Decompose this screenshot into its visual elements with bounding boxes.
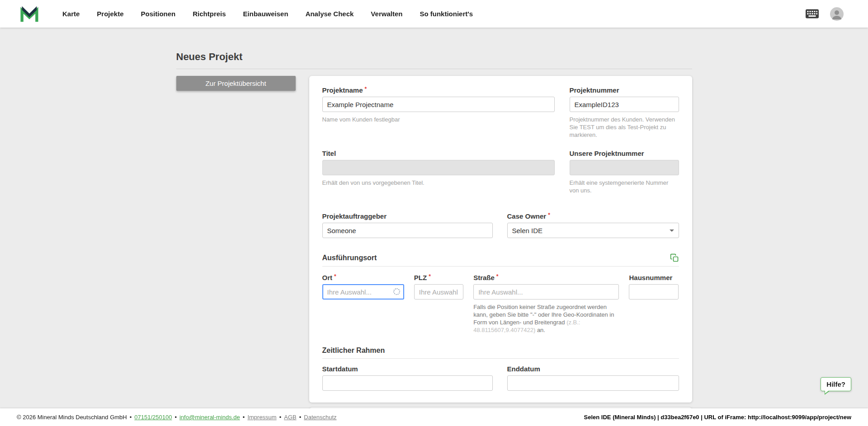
nav-item-einbauweisen[interactable]: Einbauweisen	[235, 0, 297, 28]
footer-email-link[interactable]: info@mineral-minds.de	[179, 414, 240, 421]
title-divider	[176, 69, 692, 69]
footer-user-name: Selen IDE	[584, 414, 611, 421]
required-asterisk: *	[548, 211, 550, 219]
nav-item-analyse-check[interactable]: Analyse Check	[297, 0, 363, 28]
nav-item-verwalten[interactable]: Verwalten	[362, 0, 411, 28]
footer-separator: •	[279, 414, 282, 421]
back-to-project-overview-button[interactable]: Zur Projektübersicht	[176, 76, 296, 91]
projektauftraggeber-input[interactable]	[322, 223, 493, 238]
unsere-projektnummer-label: Unsere Projektnummer	[570, 150, 679, 157]
brand-logo[interactable]	[20, 5, 38, 23]
nav-item-projekte[interactable]: Projekte	[88, 0, 132, 28]
section-title-zeitlicher-rahmen: Zeitlicher Rahmen	[322, 346, 385, 355]
main-content: Neues Projekt Zur Projektübersicht Proje…	[0, 28, 868, 408]
required-asterisk: *	[365, 85, 367, 93]
nav-item-richtpreis[interactable]: Richtpreis	[184, 0, 234, 28]
plz-label: PLZ*	[414, 274, 463, 281]
copyright-text: © 2026 Mineral Minds Deutschland GmbH	[17, 414, 127, 421]
footer-phone-link[interactable]: 07151/250100	[134, 414, 172, 421]
nav-item-karte[interactable]: Karte	[54, 0, 88, 28]
footer: © 2026 Mineral Minds Deutschland GmbH • …	[0, 408, 868, 426]
strasse-label: Straße*	[473, 274, 619, 281]
case-owner-label: Case Owner*	[507, 212, 679, 220]
projektnummer-label: Projektnummer	[570, 86, 679, 94]
projektname-field-group: Projektname* Name vom Kunden festlegbar	[322, 86, 555, 139]
chevron-down-icon	[670, 229, 674, 232]
form-column: Projektname* Name vom Kunden festlegbar …	[309, 76, 692, 408]
unsere-projektnummer-input	[570, 160, 679, 175]
hausnummer-label: Hausnummer	[629, 274, 679, 281]
footer-session-details: (Mineral Minds) | d33bea2f67e0 | URL of …	[611, 414, 851, 421]
case-owner-select[interactable]: Selen IDE	[507, 223, 679, 238]
projektnummer-field-group: Projektnummer Projektnummer des Kunden. …	[570, 86, 679, 139]
projektnummer-helper: Projektnummer des Kunden. Verwenden Sie …	[570, 116, 679, 139]
hausnummer-field-group: Hausnummer	[629, 274, 679, 334]
topbar-right-actions	[805, 7, 844, 21]
strasse-field-group: Straße* Falls die Position keiner Straße…	[473, 274, 619, 334]
ort-input[interactable]	[322, 284, 404, 300]
startdatum-input[interactable]	[322, 375, 493, 391]
footer-impressum-link[interactable]: Impressum	[247, 414, 276, 421]
help-button[interactable]: Hilfe?	[821, 377, 851, 391]
form-row-dates: Startdatum Enddatum	[322, 365, 679, 391]
projektname-label: Projektname*	[322, 86, 555, 94]
section-divider	[322, 358, 679, 359]
titel-field-group: Titel Erhält den von uns vorgegebenen Ti…	[322, 150, 555, 194]
mineral-minds-logo-icon	[20, 5, 38, 23]
footer-datenschutz-link[interactable]: Datenschutz	[304, 414, 336, 421]
strasse-helper: Falls die Position keiner Straße zugeord…	[473, 303, 619, 334]
enddatum-input[interactable]	[507, 375, 679, 391]
titel-label: Titel	[322, 150, 555, 157]
projektname-input[interactable]	[322, 97, 555, 112]
required-asterisk: *	[496, 273, 499, 281]
copy-icon[interactable]	[670, 253, 679, 262]
main-nav: Karte Projekte Positionen Richtpreis Ein…	[54, 0, 481, 28]
unsere-projektnummer-field-group: Unsere Projektnummer Erhält eine systemg…	[570, 150, 679, 194]
strasse-input[interactable]	[473, 284, 619, 300]
content-row: Zur Projektübersicht Projektname* Name v…	[176, 76, 692, 408]
page-title: Neues Projekt	[176, 51, 692, 63]
help-button-label: Hilfe?	[826, 380, 845, 388]
footer-agb-link[interactable]: AGB	[284, 414, 296, 421]
footer-separator: •	[130, 414, 132, 421]
page-container: Neues Projekt Zur Projektübersicht Proje…	[176, 28, 692, 408]
nav-item-so-funktionierts[interactable]: So funktioniert's	[411, 0, 481, 28]
unsere-projektnummer-helper: Erhält eine systemgenerierte Nummer von …	[570, 179, 679, 194]
nav-item-positionen[interactable]: Positionen	[132, 0, 184, 28]
section-title-ausfuehrungsort: Ausführungsort	[322, 254, 377, 262]
ort-field-group: Ort*	[322, 274, 404, 334]
footer-session-info: Selen IDE (Mineral Minds) | d33bea2f67e0…	[584, 414, 851, 421]
case-owner-selected-value: Selen IDE	[512, 227, 543, 234]
section-head-ausfuehrungsort: Ausführungsort	[322, 253, 679, 262]
projektauftraggeber-field-group: Projektauftraggeber	[322, 212, 493, 238]
keyboard-icon[interactable]	[805, 9, 819, 19]
case-owner-field-group: Case Owner* Selen IDE	[507, 212, 679, 238]
ort-input-wrap	[322, 284, 404, 300]
plz-field-group: PLZ*	[414, 274, 463, 334]
startdatum-field-group: Startdatum	[322, 365, 493, 391]
footer-separator: •	[243, 414, 245, 421]
startdatum-label: Startdatum	[322, 365, 493, 373]
section-head-zeitlicher-rahmen: Zeitlicher Rahmen	[322, 346, 679, 355]
hausnummer-input[interactable]	[629, 284, 679, 300]
loading-spinner-icon	[393, 288, 400, 295]
ort-label: Ort*	[322, 274, 404, 281]
section-divider	[322, 266, 679, 267]
projektauftraggeber-label: Projektauftraggeber	[322, 212, 493, 220]
user-avatar[interactable]	[830, 7, 844, 21]
plz-input[interactable]	[414, 284, 463, 300]
top-navbar: Karte Projekte Positionen Richtpreis Ein…	[0, 0, 868, 28]
form-row-address: Ort* PLZ*	[322, 274, 679, 334]
enddatum-field-group: Enddatum	[507, 365, 679, 391]
footer-separator: •	[175, 414, 177, 421]
form-row-titel-number: Titel Erhält den von uns vorgegebenen Ti…	[322, 150, 679, 194]
projektnummer-input[interactable]	[570, 97, 679, 112]
form-row-auftraggeber-owner: Projektauftraggeber Case Owner* Selen ID…	[322, 212, 679, 238]
required-asterisk: *	[334, 273, 336, 281]
form-row-name-number: Projektname* Name vom Kunden festlegbar …	[322, 86, 679, 139]
enddatum-label: Enddatum	[507, 365, 679, 373]
titel-helper: Erhält den von uns vorgegebenen Titel.	[322, 179, 555, 187]
titel-input	[322, 160, 555, 175]
new-project-form-card: Projektname* Name vom Kunden festlegbar …	[309, 76, 692, 403]
projektname-helper: Name vom Kunden festlegbar	[322, 116, 555, 123]
